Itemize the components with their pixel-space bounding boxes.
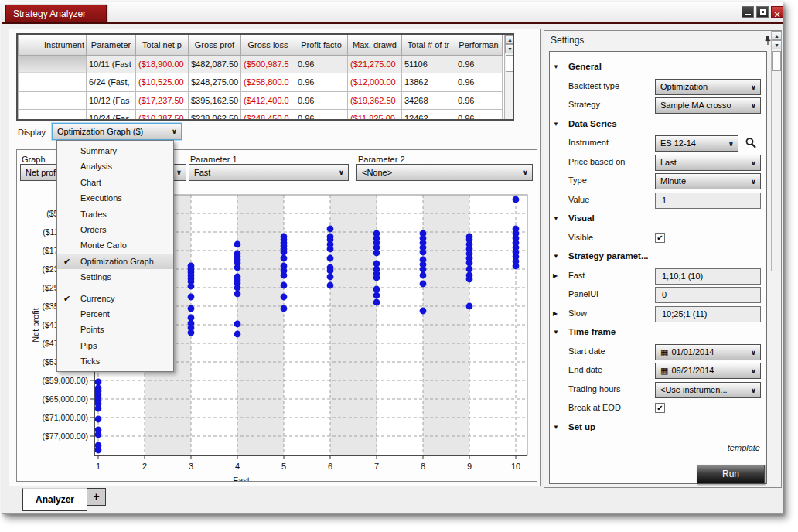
data-point[interactable] xyxy=(234,264,241,271)
data-point[interactable] xyxy=(373,286,380,293)
template-link[interactable]: template xyxy=(728,443,760,452)
data-point[interactable] xyxy=(95,431,102,438)
column-header[interactable]: Instrument xyxy=(19,35,87,55)
dropdown-select[interactable]: <Use instrumen...∨ xyxy=(655,382,761,398)
parameter2-combobox[interactable]: <None> ∨ xyxy=(356,164,533,181)
data-point[interactable] xyxy=(420,308,427,315)
table-scrollbar[interactable]: ▲ ▼ xyxy=(504,35,514,119)
data-point[interactable] xyxy=(234,291,241,298)
expand-triangle-icon[interactable]: ▶ xyxy=(553,272,558,279)
scroll-up-icon[interactable]: ▲ xyxy=(505,35,514,44)
data-point[interactable] xyxy=(420,281,427,288)
text-field[interactable]: 1;10;1 (10) xyxy=(655,268,761,285)
close-button[interactable]: ✕ xyxy=(771,6,783,18)
data-point[interactable] xyxy=(466,303,473,310)
collapse-triangle-icon[interactable]: ▼ xyxy=(553,424,559,431)
add-tab-button[interactable]: + xyxy=(87,488,106,506)
menu-item-optimization-graph[interactable]: ✔Optimization Graph xyxy=(57,254,173,269)
data-point[interactable] xyxy=(420,266,427,273)
menu-item-monte-carlo[interactable]: Monte Carlo xyxy=(57,237,173,253)
minimize-button[interactable] xyxy=(742,6,754,18)
scroll-down-icon[interactable]: ▼ xyxy=(772,40,782,49)
column-header[interactable]: Performan xyxy=(455,35,503,55)
column-header[interactable]: Total net p xyxy=(136,35,189,55)
column-header[interactable]: Gross prof xyxy=(189,35,241,55)
menu-item-chart[interactable]: Chart xyxy=(57,175,173,190)
data-point[interactable] xyxy=(466,276,473,283)
run-button[interactable]: Run xyxy=(697,465,765,484)
text-field[interactable]: 0 xyxy=(655,287,761,303)
menu-item-orders[interactable]: Orders xyxy=(57,222,173,237)
data-point[interactable] xyxy=(281,282,288,289)
column-header[interactable]: Profit facto xyxy=(295,35,348,55)
checkbox[interactable]: ✔ xyxy=(655,403,665,413)
data-point[interactable] xyxy=(234,331,241,338)
data-point[interactable] xyxy=(188,305,195,312)
menu-item-pips[interactable]: Pips xyxy=(57,338,173,353)
data-point[interactable] xyxy=(281,305,288,312)
data-point[interactable] xyxy=(420,272,427,279)
data-point[interactable] xyxy=(95,447,102,454)
data-point[interactable] xyxy=(420,249,427,256)
scroll-up-icon[interactable]: ▲ xyxy=(772,31,782,40)
expand-triangle-icon[interactable]: ▶ xyxy=(553,310,558,317)
maximize-button[interactable] xyxy=(756,6,769,18)
table-row[interactable]: 10/11 (Fast($18,900.00$482,087.50($500,9… xyxy=(19,55,503,73)
menu-item-percent[interactable]: Percent xyxy=(57,306,173,322)
column-header[interactable]: Total # of tr xyxy=(402,35,455,55)
collapse-triangle-icon[interactable]: ▼ xyxy=(553,63,559,70)
window-title-tab[interactable]: Strategy Analyzer xyxy=(5,5,107,22)
collapse-triangle-icon[interactable]: ▼ xyxy=(553,121,559,128)
dropdown-select[interactable]: Sample MA crosso∨ xyxy=(655,97,761,114)
dropdown-select[interactable]: Last∨ xyxy=(655,155,761,171)
data-point[interactable] xyxy=(373,250,380,257)
menu-item-trades[interactable]: Trades xyxy=(57,206,173,222)
settings-scrollbar[interactable]: ▲ ▼ xyxy=(771,31,781,271)
data-point[interactable] xyxy=(466,266,473,273)
data-point[interactable] xyxy=(188,283,195,290)
menu-item-analysis[interactable]: Analysis xyxy=(57,159,173,174)
data-point[interactable] xyxy=(327,274,334,281)
data-point[interactable] xyxy=(513,263,520,270)
scroll-down-icon[interactable]: ▼ xyxy=(505,44,514,53)
data-point[interactable] xyxy=(234,321,241,328)
data-point[interactable] xyxy=(95,416,102,423)
data-point[interactable] xyxy=(327,246,334,253)
data-point[interactable] xyxy=(327,268,334,275)
menu-item-executions[interactable]: Executions xyxy=(57,190,173,206)
column-header[interactable]: Gross loss xyxy=(241,35,295,55)
collapse-triangle-icon[interactable]: ▼ xyxy=(553,253,559,260)
menu-item-points[interactable]: Points xyxy=(57,322,173,337)
collapse-triangle-icon[interactable]: ▼ xyxy=(553,329,559,336)
display-combobox[interactable]: Optimization Graph ($) ∨ xyxy=(52,123,182,140)
text-field[interactable]: 1 xyxy=(655,193,761,209)
data-point[interactable] xyxy=(281,294,288,301)
data-point[interactable] xyxy=(188,329,195,336)
column-header[interactable]: Parameter xyxy=(87,35,136,55)
collapse-triangle-icon[interactable]: ▼ xyxy=(553,215,559,222)
date-picker[interactable]: ▦09/21/2014∨ xyxy=(655,363,761,379)
menu-item-ticks[interactable]: Ticks xyxy=(57,353,173,369)
parameter1-combobox[interactable]: Fast ∨ xyxy=(189,164,349,181)
table-row[interactable]: 10/24 (Fas($10,387.50$238,062.50($248,45… xyxy=(19,110,503,121)
dropdown-select[interactable]: ES 12-14∨ xyxy=(655,135,738,152)
data-point[interactable] xyxy=(188,294,195,301)
dropdown-select[interactable]: Optimization∨ xyxy=(655,79,761,95)
data-point[interactable] xyxy=(327,282,334,289)
menu-item-settings[interactable]: Settings xyxy=(57,269,173,285)
date-picker[interactable]: ▦01/01/2014∨ xyxy=(655,344,761,360)
data-point[interactable] xyxy=(327,255,334,262)
data-point[interactable] xyxy=(373,299,380,306)
data-point[interactable] xyxy=(95,405,102,412)
scrollbar-thumb[interactable] xyxy=(772,51,781,71)
data-point[interactable] xyxy=(327,226,334,233)
data-point[interactable] xyxy=(95,379,102,386)
table-row[interactable]: 6/24 (Fast,($10,525.00$248,275.00($258,8… xyxy=(19,73,503,92)
data-point[interactable] xyxy=(281,272,288,279)
data-point[interactable] xyxy=(513,196,520,203)
data-point[interactable] xyxy=(373,275,380,281)
data-point[interactable] xyxy=(234,285,241,292)
data-point[interactable] xyxy=(281,249,288,256)
data-point[interactable] xyxy=(281,255,288,262)
data-point[interactable] xyxy=(234,241,241,248)
